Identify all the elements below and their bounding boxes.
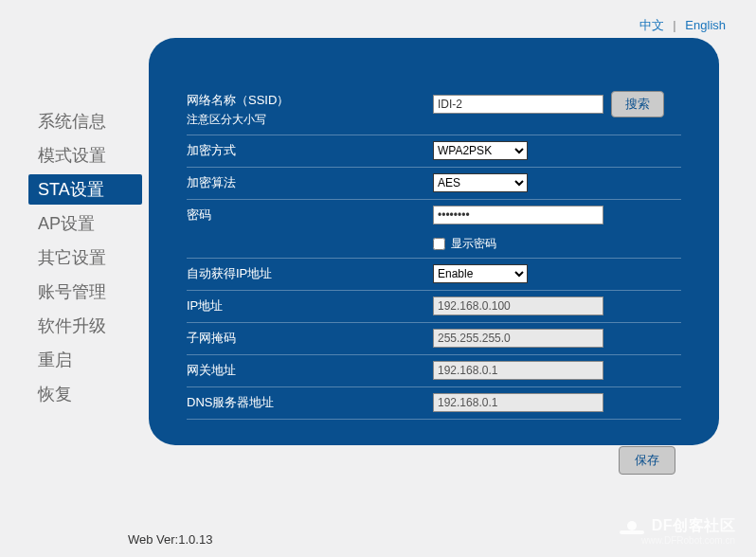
sidebar-item-sta-settings[interactable]: STA设置 [28,174,142,205]
row-enc-mode: 加密方式 WPA2PSK [187,135,681,168]
language-bar: 中文 | English [639,17,726,34]
row-ip: IP地址 [187,291,681,323]
main-panel: 网络名称（SSID） 注意区分大小写 搜索 加密方式 WPA2PSK 加密算法 … [149,38,719,445]
row-enc-algo: 加密算法 AES [187,168,681,200]
watermark-url: www.DFRobot.com.cn [620,535,735,546]
mask-input [433,329,603,348]
enc-mode-select[interactable]: WPA2PSK [433,141,528,160]
sidebar-item-system-info[interactable]: 系统信息 [28,106,142,136]
sidebar-item-mode-settings[interactable]: 模式设置 [28,140,142,171]
auto-ip-select[interactable]: Enable [433,264,528,283]
row-password: 密码 显示密码 [187,200,681,259]
enc-algo-label: 加密算法 [187,173,433,192]
ssid-label: 网络名称（SSID） [187,91,433,110]
mask-label: 子网掩码 [187,329,433,348]
row-ssid: 网络名称（SSID） 注意区分大小写 搜索 [187,85,681,135]
ip-label: IP地址 [187,296,433,315]
dns-label: DNS服务器地址 [187,393,433,412]
lang-chinese-link[interactable]: 中文 [639,18,664,32]
gateway-label: 网关地址 [187,361,433,380]
search-button[interactable]: 搜索 [611,91,664,117]
dns-input [433,393,603,412]
auto-ip-label: 自动获得IP地址 [187,264,433,283]
password-label: 密码 [187,206,433,225]
watermark-title: DF创客社区 [652,516,735,536]
sidebar-item-account[interactable]: 账号管理 [28,277,142,307]
sidebar-item-restore[interactable]: 恢复 [28,379,142,409]
sidebar-item-ap-settings[interactable]: AP设置 [28,208,142,239]
row-gateway: 网关地址 [187,355,681,387]
show-password-label: 显示密码 [451,236,496,252]
ssid-note: 注意区分大小写 [187,110,433,129]
watermark-icon [620,521,644,532]
lang-english-link[interactable]: English [685,18,726,32]
ssid-input[interactable] [433,95,603,114]
watermark: DF创客社区 www.DFRobot.com.cn [620,516,735,546]
enc-mode-label: 加密方式 [187,141,433,160]
enc-algo-select[interactable]: AES [433,173,528,192]
row-auto-ip: 自动获得IP地址 Enable [187,259,681,291]
row-dns: DNS服务器地址 [187,387,681,420]
save-button[interactable]: 保存 [619,446,675,475]
ssid-label-col: 网络名称（SSID） 注意区分大小写 [187,91,433,129]
sidebar-item-reboot[interactable]: 重启 [28,345,142,375]
sidebar-item-upgrade[interactable]: 软件升级 [28,311,142,341]
version-text: Web Ver:1.0.13 [128,532,212,547]
ip-input [433,296,603,315]
gateway-input [433,361,603,380]
show-password-checkbox[interactable] [433,238,445,250]
sidebar: 系统信息 模式设置 STA设置 AP设置 其它设置 账号管理 软件升级 重启 恢… [28,106,142,413]
sidebar-item-other-settings[interactable]: 其它设置 [28,243,142,273]
separator: | [673,18,675,32]
password-input[interactable] [433,206,603,225]
row-mask: 子网掩码 [187,323,681,355]
